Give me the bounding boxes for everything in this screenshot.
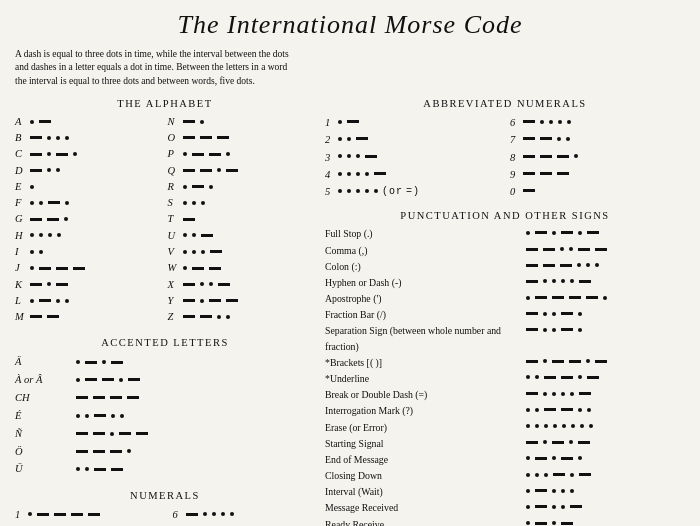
- alphabet-row: Z: [168, 309, 316, 325]
- accented-letter: Ö: [15, 443, 75, 461]
- accented-row: Ü: [15, 460, 315, 478]
- morse-code: [29, 244, 44, 260]
- alpha-letter: F: [15, 195, 29, 211]
- abbreviated-numeral-row: 8: [510, 149, 685, 166]
- alpha-letter: S: [168, 195, 182, 211]
- morse-code: [525, 420, 594, 435]
- morse-code: [75, 354, 124, 371]
- punctuation-row: Starting Signal: [325, 436, 685, 451]
- morse-code: [75, 443, 132, 460]
- accented-letter: À or Â: [15, 371, 75, 389]
- punctuation-label: Erase (or Error): [325, 420, 525, 435]
- alpha-letter: A: [15, 114, 29, 130]
- punctuation-label: Colon (:): [325, 259, 525, 274]
- morse-code: [525, 291, 608, 306]
- alpha-letter: D: [15, 163, 29, 179]
- punctuation-row: Comma (,): [325, 243, 685, 258]
- alphabet-row: H: [15, 228, 163, 244]
- alphabet-row: B: [15, 130, 163, 146]
- alphabet-row: Q: [168, 163, 316, 179]
- morse-code: [182, 131, 230, 147]
- punctuation-row: End of Message: [325, 452, 685, 467]
- accented-row: Ö: [15, 443, 315, 461]
- morse-code: [29, 114, 52, 130]
- alphabet-row: D: [15, 163, 163, 179]
- punctuation-row: Interrogation Mark (?): [325, 403, 685, 418]
- punctuation-label: End of Message: [325, 452, 525, 467]
- morse-code: [522, 149, 579, 166]
- morse-code: [75, 372, 141, 389]
- abbreviated-numeral-row: 2: [325, 131, 500, 148]
- morse-code: [182, 179, 214, 195]
- alphabet-row: N: [168, 114, 316, 130]
- punctuation-label: Hyphen or Dash (-): [325, 275, 525, 290]
- alphabet-row: E: [15, 179, 163, 195]
- morse-code: [29, 309, 60, 325]
- alpha-letter: V: [168, 244, 182, 260]
- abbreviated-numeral-label: 8: [510, 149, 522, 166]
- punctuation-label: *Brackets [( )]: [325, 355, 525, 370]
- abbreviated-numeral-row: 3: [325, 149, 500, 166]
- alphabet-row: Y: [168, 293, 316, 309]
- punctuation-label: Apostrophe ('): [325, 291, 525, 306]
- morse-code: [525, 371, 600, 386]
- numeral-row: 6: [173, 506, 316, 523]
- abbreviated-numeral-row: 7: [510, 131, 685, 148]
- accented-letter: Ü: [15, 460, 75, 478]
- left-column: THE ALPHABET ABCDEFGHIJKLM NOPQRSTUVWXYZ…: [15, 98, 315, 526]
- morse-code: [29, 163, 61, 179]
- morse-code: [525, 355, 608, 370]
- alpha-letter: P: [168, 146, 182, 162]
- alpha-letter: G: [15, 211, 29, 227]
- punctuation-row: Hyphen or Dash (-): [325, 275, 685, 290]
- accented-row: Ñ: [15, 425, 315, 443]
- abbreviated-numeral-row: 6: [510, 114, 685, 131]
- morse-code: [522, 132, 571, 149]
- punctuation-list: Full Stop (.)Comma (,)Colon (:)Hyphen or…: [325, 226, 685, 526]
- accented-list: ÄÀ or ÂCHÉÑÖÜ: [15, 353, 315, 478]
- punctuation-row: Erase (or Error): [325, 420, 685, 435]
- abbreviated-numeral-row: 5(or=): [325, 183, 500, 200]
- alphabet-row: K: [15, 277, 163, 293]
- morse-code: [182, 277, 231, 293]
- accented-title: ACCENTED LETTERS: [15, 337, 315, 348]
- morse-code: [525, 307, 583, 322]
- morse-code: [182, 212, 196, 228]
- alpha-letter: U: [168, 228, 182, 244]
- morse-code: [29, 179, 35, 195]
- alpha-letter: J: [15, 260, 29, 276]
- alphabet-row: S: [168, 195, 316, 211]
- punctuation-row: Colon (:): [325, 259, 685, 274]
- punctuation-label: Ready Receive: [325, 517, 525, 526]
- alpha-letter: H: [15, 228, 29, 244]
- morse-code: [182, 309, 231, 325]
- morse-code: [525, 387, 592, 402]
- morse-code: [75, 389, 140, 406]
- alphabet-row: J: [15, 260, 163, 276]
- morse-code: [337, 114, 360, 131]
- punctuation-row: Apostrophe ('): [325, 291, 685, 306]
- punctuation-label: Comma (,): [325, 243, 525, 258]
- alphabet-row: L: [15, 293, 163, 309]
- punctuation-row: *Brackets [( )]: [325, 355, 685, 370]
- morse-code: [182, 228, 214, 244]
- punctuation-label: Message Received: [325, 500, 525, 515]
- punctuation-label: Separation Sign (between whole number an…: [325, 323, 525, 353]
- alpha-letter: B: [15, 130, 29, 146]
- morse-code: [29, 261, 86, 277]
- morse-code: [525, 243, 608, 258]
- punctuation-label: Starting Signal: [325, 436, 525, 451]
- punctuation-title: PUNCTUATION AND OTHER SIGNS: [325, 210, 685, 221]
- alpha-letter: R: [168, 179, 182, 195]
- punctuation-label: Fraction Bar (/): [325, 307, 525, 322]
- morse-code: [29, 131, 70, 147]
- punctuation-row: Fraction Bar (/): [325, 307, 685, 322]
- morse-code: [337, 149, 378, 166]
- punctuation-row: Ready Receive: [325, 517, 685, 526]
- morse-code: [75, 407, 125, 424]
- morse-code: [182, 114, 205, 130]
- morse-code: [525, 226, 600, 241]
- accented-section: ACCENTED LETTERS ÄÀ or ÂCHÉÑÖÜ: [15, 337, 315, 478]
- abbreviated-numerals-title: ABBREVIATED NUMERALS: [325, 98, 685, 109]
- morse-code: [182, 196, 206, 212]
